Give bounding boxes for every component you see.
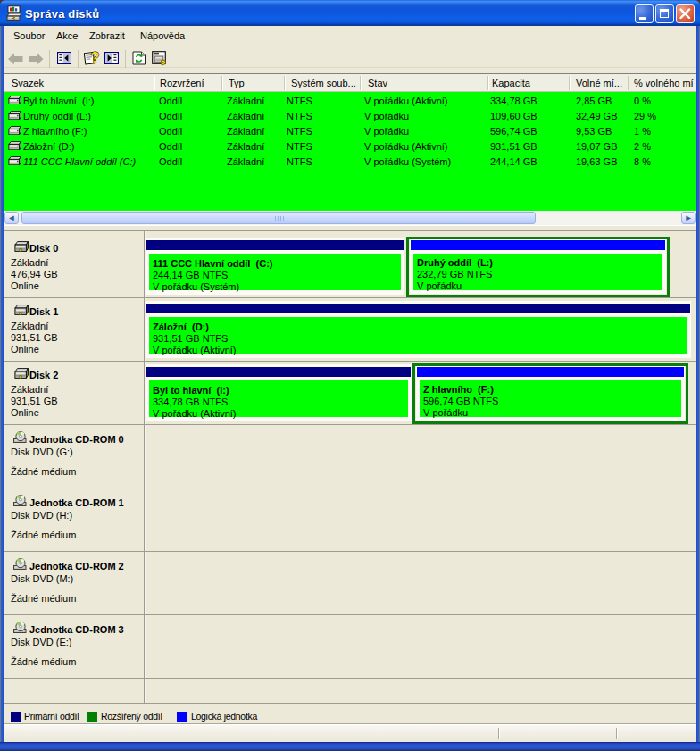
- svg-text:?: ?: [91, 50, 100, 65]
